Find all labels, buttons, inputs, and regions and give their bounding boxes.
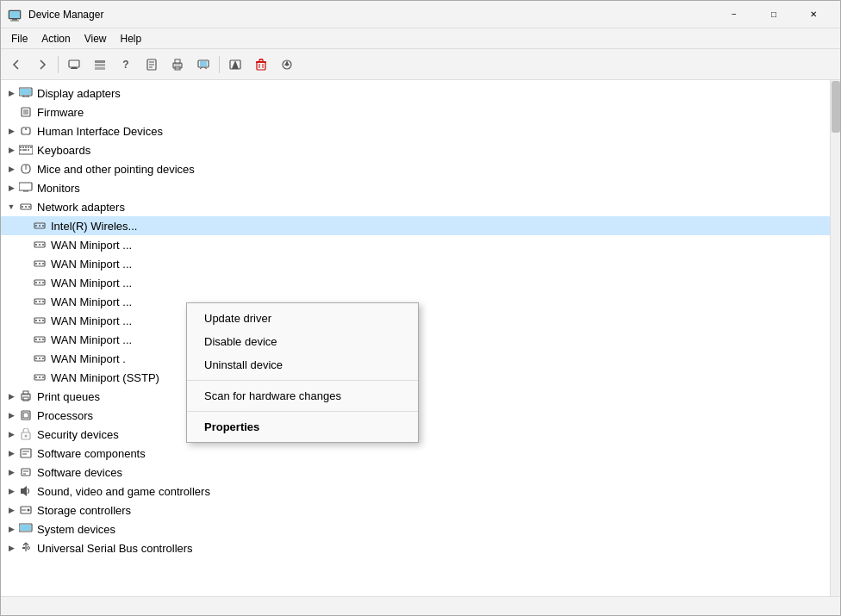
expand-icon[interactable]: ▶ <box>4 389 18 403</box>
back-button[interactable] <box>4 53 28 77</box>
svg-point-78 <box>35 301 37 302</box>
print-button[interactable] <box>165 53 190 77</box>
device-icon <box>18 522 34 536</box>
device-manager-window: Device Manager − □ ✕ File Action View He… <box>0 0 841 616</box>
svg-rect-43 <box>20 146 22 148</box>
device-icon <box>18 181 34 195</box>
svg-rect-48 <box>20 149 22 151</box>
svg-rect-101 <box>23 413 28 418</box>
tree-item-wan-2[interactable]: WAN Miniport ... <box>1 254 830 273</box>
tree-item-software-devices[interactable]: ▶ Software devices <box>1 463 830 482</box>
expand-icon[interactable]: ▶ <box>4 143 18 157</box>
device-icon <box>18 105 34 119</box>
expand-icon <box>18 370 32 384</box>
ctx-uninstall-device[interactable]: Uninstall device <box>187 353 418 376</box>
tree-item-mice[interactable]: ▶ Mice and other pointing devices <box>1 159 830 178</box>
tree-item-label: Software components <box>37 447 146 460</box>
device-icon <box>32 238 47 252</box>
svg-rect-53 <box>19 183 32 190</box>
expand-icon[interactable]: ▶ <box>4 522 18 536</box>
ctx-label: Uninstall device <box>204 358 283 371</box>
expand-icon[interactable]: ▶ <box>4 162 18 176</box>
tree-item-wan-3[interactable]: WAN Miniport ... <box>1 273 830 292</box>
tree-item-label: WAN Miniport ... <box>51 314 132 327</box>
expand-icon[interactable]: ▶ <box>4 446 18 460</box>
tree-item-display-adapters[interactable]: ▶ Display adapters <box>1 84 830 103</box>
expand-icon <box>18 314 32 327</box>
svg-rect-119 <box>22 547 25 549</box>
expand-icon[interactable]: ▶ <box>4 86 18 100</box>
ctx-update-driver[interactable]: Update driver <box>187 307 418 330</box>
properties-button[interactable] <box>140 53 164 77</box>
ctx-properties[interactable]: Properties <box>187 415 418 439</box>
tree-item-label: WAN Miniport (SSTP) <box>51 371 159 384</box>
expand-icon[interactable]: ▶ <box>4 181 18 195</box>
svg-rect-8 <box>95 64 105 66</box>
expand-icon[interactable]: ▼ <box>4 200 18 214</box>
scan-button[interactable] <box>191 53 215 77</box>
add-driver-button[interactable] <box>223 53 247 77</box>
svg-point-71 <box>39 263 40 264</box>
close-button[interactable]: ✕ <box>794 1 833 28</box>
svg-rect-50 <box>28 149 29 151</box>
ctx-scan-hardware[interactable]: Scan for hardware changes <box>187 384 418 408</box>
device-icon <box>18 389 34 403</box>
device-icon <box>18 446 34 460</box>
tree-item-firmware[interactable]: Firmware <box>1 103 830 121</box>
device-icon <box>18 86 34 100</box>
device-icon <box>18 541 34 555</box>
ctx-disable-device[interactable]: Disable device <box>187 330 418 353</box>
scrollbar-track[interactable] <box>830 80 840 596</box>
minimize-button[interactable]: − <box>714 1 754 28</box>
expand-icon[interactable]: ▶ <box>4 465 18 479</box>
svg-rect-44 <box>22 146 24 148</box>
tree-item-keyboards[interactable]: ▶ Keyboards <box>1 140 830 159</box>
help-button[interactable]: ? <box>114 53 138 77</box>
scrollbar-thumb[interactable] <box>832 81 840 133</box>
tree-item-network-adapters[interactable]: ▼ Network adapters <box>1 197 830 216</box>
tree-item-label: Storage controllers <box>37 504 131 517</box>
update-driver-button[interactable] <box>275 53 299 77</box>
menu-help[interactable]: Help <box>114 31 149 47</box>
tree-item-sound[interactable]: ▶ Sound, video and game controllers <box>1 482 830 501</box>
computer-view-button[interactable] <box>62 53 86 77</box>
svg-point-80 <box>42 301 44 302</box>
tree-item-hid[interactable]: ▶ Human Interface Devices <box>1 121 830 140</box>
tree-item-label: Display adapters <box>37 87 121 100</box>
ctx-label: Scan for hardware changes <box>204 389 341 402</box>
expand-icon[interactable]: ▶ <box>4 427 18 441</box>
svg-point-70 <box>35 263 37 264</box>
expand-icon[interactable]: ▶ <box>4 541 18 555</box>
menu-action[interactable]: Action <box>34 31 77 47</box>
menu-view[interactable]: View <box>78 31 114 47</box>
tree-item-storage[interactable]: ▶ Storage controllers <box>1 501 830 520</box>
device-icon <box>18 162 34 176</box>
menu-file[interactable]: File <box>4 31 34 47</box>
tree-item-wan-1[interactable]: WAN Miniport ... <box>1 235 830 254</box>
titlebar: Device Manager − □ ✕ <box>1 1 840 28</box>
tree-item-usb[interactable]: ▶ Universal Serial Bus controllers <box>1 538 830 557</box>
tree-item-label: Monitors <box>37 182 80 195</box>
device-tree[interactable]: ▶ Display adapters Firmware ▶ Human Inte… <box>1 80 830 596</box>
svg-point-91 <box>39 358 40 359</box>
expand-icon <box>18 352 32 365</box>
forward-button[interactable] <box>30 53 54 77</box>
expand-icon[interactable]: ▶ <box>4 408 18 422</box>
svg-point-59 <box>25 206 27 208</box>
tree-item-monitors[interactable]: ▶ Monitors <box>1 178 830 197</box>
expand-icon <box>18 295 32 308</box>
svg-point-96 <box>42 376 44 378</box>
tree-item-intel-wireless[interactable]: Intel(R) Wireles... <box>1 216 830 235</box>
svg-rect-18 <box>200 61 207 66</box>
maximize-button[interactable]: □ <box>754 1 794 28</box>
expand-icon[interactable]: ▶ <box>4 124 18 138</box>
tree-item-label: Firmware <box>37 106 84 119</box>
remove-button[interactable] <box>249 53 273 77</box>
expand-icon[interactable]: ▶ <box>4 503 18 517</box>
expand-icon[interactable]: ▶ <box>4 484 18 498</box>
svg-point-82 <box>35 320 37 321</box>
tree-item-system[interactable]: ▶ System devices <box>1 520 830 538</box>
list-view-button[interactable] <box>88 53 112 77</box>
tree-item-software-components[interactable]: ▶ Software components <box>1 444 830 463</box>
tree-item-label: Software devices <box>37 466 122 479</box>
